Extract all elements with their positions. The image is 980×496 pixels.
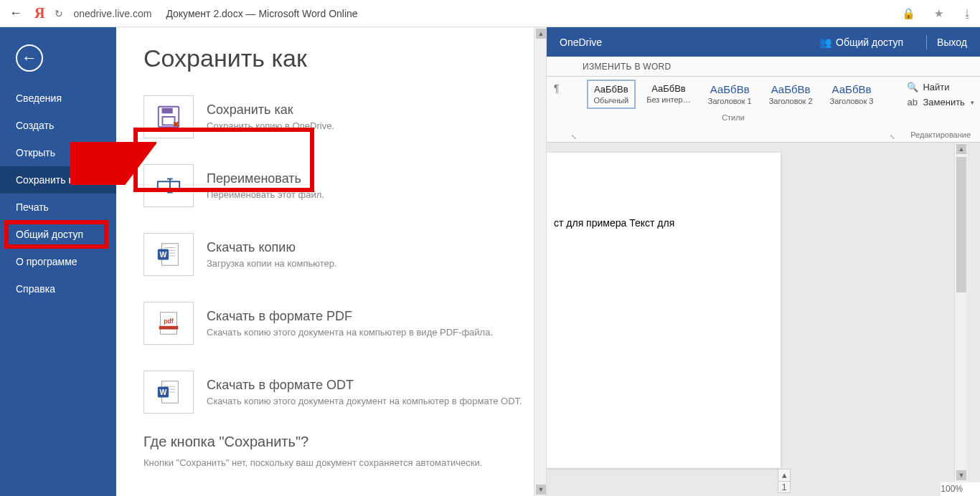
back-button[interactable]: ← [16,44,43,72]
page-navigator[interactable]: ▴ 1 [778,469,791,493]
page-title-text: Документ 2.docx — Microsoft Word Online [166,8,357,19]
option-desc: Скачать копию этого документа на компьют… [207,327,493,338]
save-as-panel: Сохранить как Сохранить как Сохранить ко… [116,27,547,496]
svg-text:W: W [159,251,166,259]
yandex-logo[interactable]: Я [34,5,44,22]
svg-text:pdf: pdf [164,318,173,325]
download-icon[interactable]: ⭳ [962,7,973,19]
browser-toolbar: ← Я ↻ onedrive.live.com Документ 2.docx … [0,0,980,27]
back-arrow[interactable]: ← [7,6,24,21]
document-text: ст для примера Текст для [554,217,674,229]
option-title: Скачать копию [207,240,337,255]
url-text[interactable]: onedrive.live.com [73,8,151,19]
save-info-note: Кнопки "Сохранить" нет, поскольку ваш до… [143,457,547,468]
option-download-odt[interactable]: W Скачать в формате ODT Скачать копию эт… [143,365,547,419]
file-menu-sidebar: ← Сведения Создать Открыть Сохранить как… [0,27,116,496]
share-button[interactable]: 👥 Общий доступ [819,37,903,48]
styles-dialog-launcher[interactable]: ⤡ [885,132,900,142]
lock-icon: 🔒 [902,7,915,20]
pdf-icon: pdf [143,302,194,345]
svg-rect-16 [159,326,179,330]
style-heading2[interactable]: АаБбВвЗаголовок 2 [763,80,819,109]
sidebar-item-print[interactable]: Печать [0,194,116,221]
panel-scrollbar[interactable]: ▲ ▼ [534,27,547,496]
search-icon: 🔍 [907,82,918,92]
status-bar: 100% [941,482,980,496]
sidebar-item-info[interactable]: Сведения [0,85,116,112]
rename-icon [143,164,194,207]
ribbon-tabs: ИЗМЕНИТЬ В WORD [547,57,980,77]
replace-icon: ab [907,97,918,108]
exit-button[interactable]: Выход [937,37,967,48]
style-nospacing[interactable]: АаБбВвБез интер… [640,80,697,109]
option-title: Скачать в формате ODT [207,378,522,393]
reload-icon[interactable]: ↻ [55,8,63,19]
option-desc: Переименовать этот файл. [207,189,324,200]
onedrive-label[interactable]: OneDrive [560,37,602,48]
option-rename[interactable]: Переименовать Переименовать этот файл. [143,158,547,213]
star-icon[interactable]: ★ [934,7,943,20]
page-title: Сохранить как [143,44,547,72]
svg-rect-3 [158,181,179,189]
sidebar-item-open[interactable]: Открыть [0,139,116,166]
sidebar-item-share[interactable]: Общий доступ [0,221,116,248]
sidebar-item-new[interactable]: Создать [0,112,116,139]
app-header: OneDrive 👥 Общий доступ Выход [547,27,980,57]
word-doc-icon: W [143,233,194,276]
scroll-up-icon[interactable]: ▲ [956,144,966,154]
option-title: Переименовать [207,171,324,186]
editing-group: 🔍Найти abЗаменить▾ Редактирование [900,77,980,142]
sidebar-item-about[interactable]: О программе [0,248,116,275]
styles-group-label: Стили [587,113,880,122]
option-download-pdf[interactable]: pdf Скачать в формате PDF Скачать копию … [143,296,547,350]
tab-edit-in-word[interactable]: ИЗМЕНИТЬ В WORD [583,62,672,72]
save-info-heading: Где кнопка "Сохранить"? [143,434,547,450]
page-up-icon[interactable]: ▴ [778,469,790,482]
share-icon: 👥 [819,37,831,48]
option-title: Скачать в формате PDF [207,309,493,324]
odt-icon: W [143,371,194,414]
document-scrollbar[interactable]: ▲ ▼ [954,143,967,482]
scroll-down-icon[interactable]: ▼ [956,470,966,480]
zoom-level[interactable]: 100% [941,484,963,494]
editing-group-label: Редактирование [907,130,974,139]
option-desc: Сохранить копию в OneDrive. [207,120,334,131]
style-heading1[interactable]: АаБбВвЗаголовок 1 [702,80,758,109]
page-number: 1 [778,482,790,493]
document-page[interactable]: ст для примера Текст для [547,153,781,468]
option-save-as[interactable]: Сохранить как Сохранить копию в OneDrive… [143,90,547,144]
save-icon [143,95,194,138]
scroll-thumb[interactable] [956,157,966,292]
find-button[interactable]: 🔍Найти [907,80,974,95]
svg-rect-1 [162,108,173,114]
style-normal[interactable]: АаБбВвОбычный [587,80,636,109]
option-desc: Загрузка копии на компьютер. [207,258,337,269]
replace-button[interactable]: abЗаменить▾ [907,95,974,110]
svg-text:W: W [159,388,166,396]
sidebar-item-saveas[interactable]: Сохранить как [0,166,116,194]
document-area[interactable]: ст для примера Текст для ▴ 1 [547,143,980,496]
option-title: Сохранить как [207,102,334,118]
styles-group: АаБбВвОбычный АаБбВвБез интер… АаБбВвЗаг… [581,77,886,142]
style-heading3[interactable]: АаБбВвЗаголовок 3 [824,80,880,109]
paragraph-dialog-launcher[interactable]: ⤡ [567,132,581,142]
pilcrow-icon[interactable]: ¶ [547,77,567,142]
option-desc: Скачать копию этого документа документ н… [207,396,522,406]
header-divider [926,35,927,49]
option-download-copy[interactable]: W Скачать копию Загрузка копии на компью… [143,227,547,282]
ribbon: ¶ ⤡ АаБбВвОбычный АаБбВвБез интер… АаБбВ… [547,77,980,143]
word-online-background: OneDrive 👥 Общий доступ Выход ИЗМЕНИТЬ В… [547,27,980,496]
sidebar-item-help[interactable]: Справка [0,275,116,302]
chevron-down-icon: ▾ [971,99,974,106]
